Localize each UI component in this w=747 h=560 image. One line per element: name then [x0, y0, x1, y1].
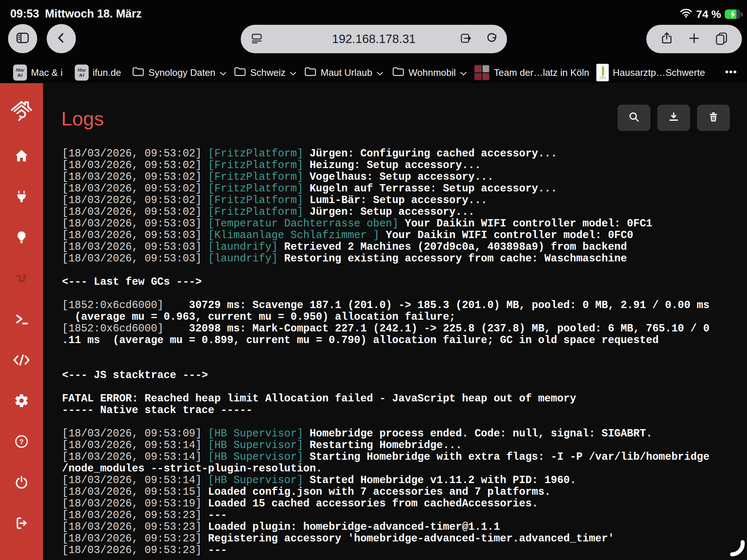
bookmark-wohnmobil[interactable]: Wohnmobil	[392, 62, 467, 83]
back-icon	[54, 31, 69, 47]
log-line: FATAL ERROR: Reached heap limit Allocati…	[62, 393, 709, 405]
log-line: [18/03/2026, 09:53:02] [FritzPlatform] V…	[62, 171, 709, 183]
battery-charging-icon	[725, 9, 743, 19]
bookmark-label: Schweiz	[250, 67, 286, 78]
bookmark-label: Mac & i	[31, 67, 63, 78]
log-actions	[618, 105, 730, 131]
log-line: <--- JS stacktrace --->	[62, 370, 709, 381]
sidebar-toggle-button[interactable]	[8, 24, 37, 53]
homebridge-sidebar: ?	[0, 83, 43, 560]
search-button[interactable]	[618, 105, 650, 131]
bookmark-synology-daten[interactable]: Synology Daten	[132, 62, 227, 83]
log-line	[62, 416, 709, 428]
back-button[interactable]	[47, 24, 76, 53]
power-icon	[14, 475, 29, 491]
tabs-button[interactable]	[715, 31, 728, 47]
log-line: [18/03/2026, 09:53:23] Loaded plugin: ho…	[62, 521, 709, 533]
ipad-screen: 09:53 Mittwoch 18. März 74 % 192.168.178…	[0, 0, 747, 560]
new-tab-button[interactable]	[687, 31, 701, 47]
trash-icon	[708, 111, 719, 124]
bookmarks-overflow[interactable]: •••	[725, 66, 737, 78]
search-icon	[628, 111, 640, 125]
code-icon	[13, 353, 30, 368]
log-line: [18/03/2026, 09:53:03] [laundrify] Resto…	[62, 253, 709, 265]
log-line: [18/03/2026, 09:53:02] [FritzPlatform] J…	[62, 206, 709, 218]
logout-icon	[14, 516, 29, 532]
log-line	[62, 381, 709, 393]
chevron-down-icon	[460, 67, 467, 78]
battery-percent: 74 %	[696, 8, 721, 20]
log-line: .11 ms (average mu = 0.899, current mu =…	[62, 335, 709, 346]
folder-icon	[304, 66, 317, 79]
log-line: [1852:0x6cd6000] 32098 ms: Mark-Compact …	[62, 323, 709, 335]
sidebar-item-terminal[interactable]	[13, 312, 30, 327]
log-line: (average mu = 0.963, current mu = 0.950)…	[62, 311, 709, 323]
share-button[interactable]	[660, 31, 674, 47]
bookmark-label: Synology Daten	[148, 67, 216, 78]
sidebar-item-gear[interactable]	[14, 394, 29, 409]
address-bar[interactable]: 192.168.178.31	[241, 25, 507, 53]
log-line	[62, 346, 709, 358]
page-menu-icon[interactable]	[460, 32, 473, 46]
download-icon	[668, 111, 680, 124]
delete-button[interactable]	[697, 105, 730, 131]
bookmark-label: Maut Urlaub	[321, 67, 372, 78]
log-line: [18/03/2026, 09:53:23] Registering acces…	[62, 533, 709, 545]
sidebar-item-home[interactable]	[14, 149, 29, 164]
bookmark-schweiz[interactable]: Schweiz	[234, 62, 297, 83]
reader-icon[interactable]	[250, 32, 263, 46]
lightbulb-icon	[15, 230, 28, 246]
log-line	[62, 288, 709, 300]
toolbar-right-group	[646, 25, 742, 53]
download-button[interactable]	[657, 105, 690, 131]
reload-icon[interactable]	[485, 31, 499, 47]
corner-arc-indicator	[720, 532, 747, 560]
log-line: [18/03/2026, 09:53:03] [Temperatur Dacht…	[62, 218, 709, 230]
pulse-icon	[14, 271, 29, 287]
date: Mittwoch 18. März	[45, 7, 142, 20]
gear-icon	[14, 393, 29, 410]
sidebar-item-pulse[interactable]	[14, 271, 29, 287]
log-line: [18/03/2026, 09:53:14] [HB Supervisor] R…	[62, 440, 709, 451]
sidebar-item-lightbulb[interactable]	[15, 230, 28, 246]
chevron-down-icon	[376, 67, 383, 78]
sidebar-item-plug[interactable]	[15, 190, 28, 205]
homebridge-logo-icon[interactable]	[9, 97, 34, 123]
log-line	[62, 358, 709, 370]
bookmark-hausarztp-schwerte[interactable]: Hausarztp…Schwerte	[596, 62, 705, 83]
folder-icon	[132, 66, 144, 79]
sidebar-item-logout[interactable]	[14, 516, 29, 532]
bookmark-label: Team der…latz in Köln	[494, 67, 589, 78]
log-line: [1852:0x6cd6000] 30729 ms: Scavenge 187.…	[62, 300, 709, 311]
bookmark-team-der-latz-in-k-ln[interactable]: Team der…latz in Köln	[474, 62, 589, 83]
bookmark-ifun-de[interactable]: Mac&iifun.de	[75, 62, 121, 83]
log-line: [18/03/2026, 09:53:09] [HB Supervisor] H…	[62, 428, 709, 440]
bookmark-maut-urlaub[interactable]: Maut Urlaub	[304, 62, 383, 83]
log-line: ----- Native stack trace -----	[62, 405, 709, 416]
sidebar-item-help[interactable]: ?	[14, 435, 29, 450]
log-line: [18/03/2026, 09:53:02] [FritzPlatform] J…	[62, 148, 709, 160]
bookmarks-bar: Mac&iMac & iMac&iifun.de Synology Daten …	[0, 62, 747, 83]
sidebar-toggle-icon	[15, 30, 30, 47]
log-line: [18/03/2026, 09:53:02] [FritzPlatform] H…	[62, 160, 709, 171]
bookmark-label: Wohnmobil	[409, 67, 456, 78]
terminal-icon	[13, 311, 30, 328]
log-line: [18/03/2026, 09:53:02] [FritzPlatform] L…	[62, 195, 709, 206]
status-bar-right: 74 %	[680, 8, 743, 20]
site-favicon: Mac&i	[13, 65, 27, 81]
url-text[interactable]: 192.168.178.31	[332, 32, 415, 46]
home-icon	[14, 148, 29, 165]
page-title: Logs	[61, 107, 104, 130]
sidebar-item-code[interactable]	[13, 353, 30, 368]
log-line: [18/03/2026, 09:53:15] Loaded config.jso…	[62, 486, 709, 498]
log-line: [18/03/2026, 09:53:14] [HB Supervisor] S…	[62, 451, 709, 463]
log-line: [18/03/2026, 09:53:14] [HB Supervisor] S…	[62, 475, 709, 486]
chevron-down-icon	[220, 67, 227, 78]
status-bar-left: 09:53 Mittwoch 18. März	[10, 7, 142, 20]
sidebar-item-power[interactable]	[14, 475, 29, 491]
bookmark-mac-i[interactable]: Mac&iMac & i	[13, 62, 63, 83]
site-favicon	[596, 64, 609, 81]
help-icon: ?	[14, 434, 29, 450]
plug-icon	[15, 190, 28, 205]
clock: 09:53	[10, 7, 39, 20]
